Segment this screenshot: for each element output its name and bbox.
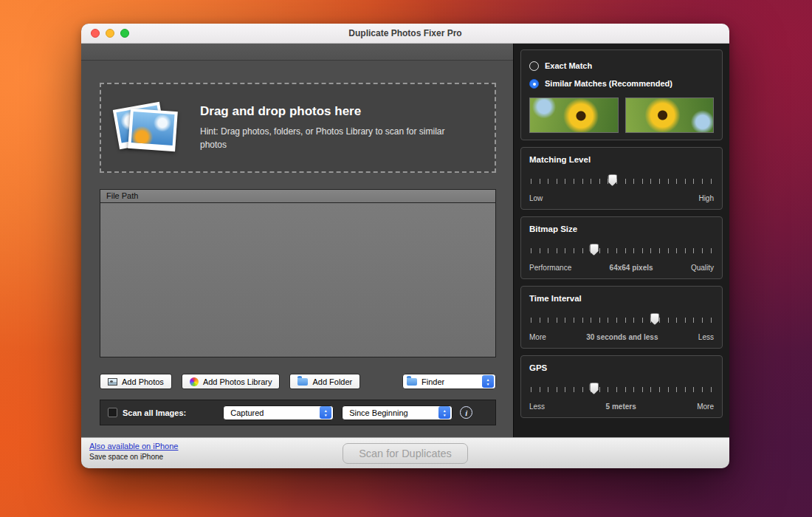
also-available-link[interactable]: Also available on iPhone (89, 442, 178, 451)
exact-match-option[interactable]: Exact Match (529, 57, 714, 75)
bitmap-size-slider[interactable] (529, 244, 714, 256)
slider-thumb[interactable] (589, 383, 599, 394)
matching-level-slider[interactable] (529, 174, 714, 187)
window-title: Duplicate Photos Fixer Pro (81, 28, 729, 38)
slider-label-left: Less (529, 403, 545, 411)
section-title: Time Interval (529, 294, 714, 303)
app-window: Duplicate Photos Fixer Pro Drag and drop… (81, 24, 729, 468)
since-select-value: Since Beginning (349, 408, 408, 417)
slider-ticks (531, 387, 712, 392)
radio-selected-icon[interactable] (529, 79, 539, 89)
dropzone-title: Drag and drop photos here (200, 104, 458, 119)
section-title: GPS (529, 363, 714, 372)
finder-folder-icon (407, 378, 417, 386)
since-beginning-select[interactable]: Since Beginning ▲ ▼ (342, 405, 453, 420)
sample-thumbnails (529, 97, 714, 133)
bitmap-size-section: Bitmap Size Performance 64x64 pixels Qua… (520, 216, 723, 279)
section-title: Bitmap Size (529, 225, 714, 233)
add-photos-library-label: Add Photos Library (203, 377, 272, 386)
chevron-down-icon: ▼ (443, 413, 447, 417)
slider-labels: Low High (529, 194, 714, 202)
dropzone-text: Drag and drop photos here Hint: Drag pho… (200, 104, 458, 151)
photo-icon (108, 378, 117, 386)
slider-label-left: More (529, 333, 546, 341)
slider-ticks (531, 179, 712, 184)
slider-label-right: Less (698, 333, 714, 341)
time-interval-section: Time Interval More 30 seconds and less L… (520, 286, 723, 349)
sunflower-sample-image-left (529, 97, 619, 133)
scan-options-bar: Scan all Images: Captured ▲ ▼ Since Begi… (100, 400, 496, 425)
radio-icon[interactable] (529, 61, 539, 71)
slider-label-center: 30 seconds and less (586, 333, 658, 341)
gps-slider[interactable] (529, 383, 714, 395)
captured-select-value: Captured (230, 408, 264, 417)
slider-label-center: 64x64 pixels (610, 264, 653, 272)
main-content: Drag and drop photos here Hint: Drag pho… (81, 44, 729, 437)
scan-for-duplicates-button[interactable]: Scan for Duplicates (343, 443, 468, 464)
left-panel: Drag and drop photos here Hint: Drag pho… (81, 44, 513, 437)
slider-labels: Performance 64x64 pixels Quality (529, 264, 714, 272)
scan-all-images-checkbox[interactable] (108, 408, 117, 417)
footer-bar: Also available on iPhone Save space on i… (81, 437, 729, 468)
slider-labels: More 30 seconds and less Less (529, 333, 714, 341)
slider-label-right: High (698, 194, 714, 202)
stepper-icon: ▲ ▼ (482, 375, 494, 388)
chevron-down-icon: ▼ (324, 413, 328, 417)
titlebar: Duplicate Photos Fixer Pro (81, 24, 729, 44)
chevron-down-icon: ▼ (486, 382, 490, 386)
left-panel-body: Drag and drop photos here Hint: Drag pho… (81, 61, 513, 437)
slider-label-right: More (697, 403, 714, 411)
add-photos-button[interactable]: Add Photos (100, 374, 172, 389)
info-icon[interactable]: i (460, 406, 472, 419)
add-photos-label: Add Photos (122, 377, 164, 386)
match-mode-box: Exact Match Similar Matches (Recommended… (520, 49, 723, 140)
sunflower-sample-image-right (625, 97, 715, 133)
slider-label-left: Performance (529, 264, 571, 272)
dropzone-hint: Hint: Drag photos, folders, or Photos Li… (200, 126, 458, 151)
finder-source-select[interactable]: Finder ▲ ▼ (402, 374, 496, 389)
scan-all-images-label: Scan all Images: (123, 408, 186, 417)
action-button-row: Add Photos Add Photos Library Add Folder… (100, 374, 496, 389)
add-folder-button[interactable]: Add Folder (289, 374, 360, 389)
finder-select-value: Finder (422, 377, 444, 386)
slider-thumb[interactable] (650, 313, 660, 325)
drag-drop-zone[interactable]: Drag and drop photos here Hint: Drag pho… (100, 83, 496, 173)
section-title: Matching Level (529, 155, 714, 164)
file-path-table: File Path (100, 189, 496, 357)
exact-match-label: Exact Match (545, 61, 592, 70)
stepper-icon: ▲ ▼ (320, 406, 331, 419)
folder-icon (297, 378, 308, 386)
gps-section: GPS Less 5 meters More (520, 355, 723, 418)
slider-labels: Less 5 meters More (529, 403, 714, 411)
footer-subtext: Save space on iPhone (89, 453, 163, 461)
slider-label-left: Low (529, 194, 543, 202)
left-toolbar-strip (81, 44, 513, 61)
slider-ticks (531, 318, 712, 323)
captured-select[interactable]: Captured ▲ ▼ (223, 405, 334, 420)
slider-label-center: 5 meters (606, 403, 636, 411)
slider-thumb[interactable] (589, 244, 599, 256)
slider-thumb[interactable] (608, 174, 617, 186)
file-path-column-header[interactable]: File Path (100, 190, 495, 203)
slider-ticks (531, 248, 712, 253)
similar-matches-option[interactable]: Similar Matches (Recommended) (529, 75, 714, 92)
photos-library-icon (190, 377, 199, 386)
time-interval-slider[interactable] (529, 313, 714, 326)
photo-stack-icon (113, 97, 181, 159)
add-folder-label: Add Folder (312, 377, 352, 386)
slider-label-right: Quality (691, 264, 714, 272)
similar-matches-label: Similar Matches (Recommended) (545, 79, 672, 88)
stepper-icon: ▲ ▼ (438, 406, 450, 419)
file-path-table-body[interactable] (100, 203, 495, 357)
matching-level-section: Matching Level Low High (520, 147, 723, 210)
settings-panel: Exact Match Similar Matches (Recommended… (513, 44, 729, 437)
add-photos-library-button[interactable]: Add Photos Library (182, 374, 281, 389)
